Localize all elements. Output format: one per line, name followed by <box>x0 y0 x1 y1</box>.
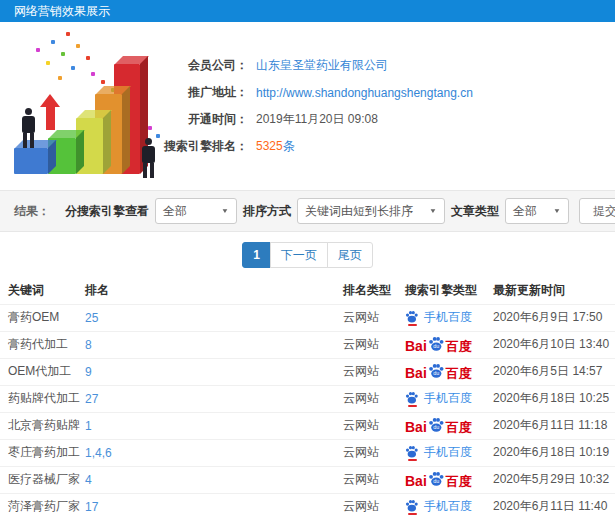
article-type-select[interactable]: 全部 ▼ <box>505 198 569 224</box>
open-time-label: 开通时间： <box>160 111 248 128</box>
submit-button[interactable]: 提交 <box>579 198 615 224</box>
rank-type-cell: 云网站 <box>343 466 405 493</box>
baidu-paw-icon: du <box>428 363 445 378</box>
chevron-down-icon: ▼ <box>553 207 561 214</box>
chevron-down-icon: ▼ <box>429 207 437 214</box>
keyword-cell: 膏药代加工 <box>0 331 85 358</box>
rank-link[interactable]: 1 <box>85 419 92 433</box>
mobile-baidu-logo: 手机百度 <box>405 444 472 461</box>
rank-type-cell: 云网站 <box>343 493 405 520</box>
keyword-cell: 药贴牌代加工 <box>0 385 85 412</box>
rank-type-cell: 云网站 <box>343 358 405 385</box>
engine-label: 手机百度 <box>424 444 472 461</box>
engine-label: 手机百度 <box>424 498 472 515</box>
update-time-cell: 2020年6月11日 11:40 <box>493 493 615 520</box>
page-header: 网络营销效果展示 <box>0 0 615 22</box>
rank-link[interactable]: 17 <box>85 500 98 514</box>
last-page-button[interactable]: 尾页 <box>327 242 373 268</box>
update-time-cell: 2020年6月10日 13:40 <box>493 331 615 358</box>
engine-rank-unit: 条 <box>283 139 295 153</box>
illustration-bar-blue <box>14 148 48 174</box>
rank-type-cell: 云网站 <box>343 331 405 358</box>
chevron-down-icon: ▼ <box>221 207 229 214</box>
rank-type-cell: 云网站 <box>343 385 405 412</box>
engine-filter-label: 分搜索引擎查看 <box>65 203 149 220</box>
rank-type-cell: 云网站 <box>343 439 405 466</box>
col-header-update-time: 最新更新时间 <box>493 278 615 304</box>
keyword-cell: 北京膏药贴牌 <box>0 412 85 439</box>
mobile-baidu-logo: 手机百度 <box>405 309 472 326</box>
update-time-cell: 2020年6月11日 11:18 <box>493 412 615 439</box>
mobile-baidu-logo: 手机百度 <box>405 498 472 515</box>
svg-text:du: du <box>433 343 439 349</box>
baidu-paw-icon: du <box>428 417 445 432</box>
rank-link[interactable]: 4 <box>85 473 92 487</box>
update-time-cell: 2020年6月18日 10:19 <box>493 439 615 466</box>
open-time-row: 开通时间： 2019年11月20日 09:08 <box>160 106 615 133</box>
growth-arrow-icon <box>40 94 60 130</box>
rank-type-cell: 云网站 <box>343 304 405 331</box>
hero-section: 会员公司： 山东皇圣堂药业有限公司 推广地址： http://www.shand… <box>0 22 615 190</box>
col-header-engine-type: 搜索引擎类型 <box>405 278 493 304</box>
open-time-value: 2019年11月20日 09:08 <box>256 111 378 128</box>
bar-chart-illustration <box>2 48 185 188</box>
baidu-pc-logo: Baidu百度 <box>405 336 472 353</box>
engine-label: 手机百度 <box>424 309 472 326</box>
businessman-figure-right <box>140 138 156 178</box>
baidu-pc-logo: Baidu百度 <box>405 471 472 488</box>
results-table: 关键词 排名 排名类型 搜索引擎类型 最新更新时间 膏药OEM 25 云网站 手… <box>0 278 615 520</box>
page-title: 网络营销效果展示 <box>14 4 110 18</box>
keyword-cell: 膏药OEM <box>0 304 85 331</box>
sort-filter-select[interactable]: 关键词由短到长排序 ▼ <box>297 198 445 224</box>
engine-filter-select[interactable]: 全部 ▼ <box>155 198 237 224</box>
table-row: 膏药代加工 8 云网站 Baidu百度 2020年6月10日 13:40 <box>0 331 615 358</box>
engine-filter-value: 全部 <box>163 203 187 220</box>
next-page-button[interactable]: 下一页 <box>270 242 328 268</box>
baidu-pc-logo: Baidu百度 <box>405 417 472 434</box>
marketing-report-page: 网络营销效果展示 会员公司： 山东皇圣堂药业有限公司 推广地址： http://… <box>0 0 615 520</box>
promo-url-link[interactable]: http://www.shandonghuangshengtang.cn <box>256 86 473 100</box>
update-time-cell: 2020年5月29日 10:32 <box>493 466 615 493</box>
baidu-paw-icon <box>405 310 419 326</box>
result-label: 结果： <box>14 203 50 220</box>
baidu-paw-icon: du <box>428 336 445 351</box>
rank-link[interactable]: 1,4,6 <box>85 446 112 460</box>
article-type-label: 文章类型 <box>451 203 499 220</box>
sort-filter-label: 排序方式 <box>243 203 291 220</box>
table-row: OEM代加工 9 云网站 Baidu百度 2020年6月5日 14:57 <box>0 358 615 385</box>
filter-controls: 分搜索引擎查看 全部 ▼ 排序方式 关键词由短到长排序 ▼ 文章类型 全部 ▼ … <box>65 198 615 224</box>
table-row: 药贴牌代加工 27 云网站 手机百度 2020年6月18日 10:25 <box>0 385 615 412</box>
table-row: 菏泽膏药厂家 17 云网站 手机百度 2020年6月11日 11:40 <box>0 493 615 520</box>
rank-link[interactable]: 9 <box>85 365 92 379</box>
keyword-cell: 医疗器械厂家 <box>0 466 85 493</box>
keyword-cell: OEM代加工 <box>0 358 85 385</box>
keyword-cell: 菏泽膏药厂家 <box>0 493 85 520</box>
rank-link[interactable]: 8 <box>85 338 92 352</box>
engine-rank-row: 搜索引擎排名： 5325条 <box>160 133 615 160</box>
table-row: 膏药OEM 25 云网站 手机百度 2020年6月9日 17:50 <box>0 304 615 331</box>
baidu-paw-icon <box>405 499 419 515</box>
table-row: 医疗器械厂家 4 云网站 Baidu百度 2020年5月29日 10:32 <box>0 466 615 493</box>
baidu-pc-logo: Baidu百度 <box>405 363 472 380</box>
member-company-label: 会员公司： <box>160 57 248 74</box>
baidu-paw-icon <box>405 445 419 461</box>
update-time-cell: 2020年6月5日 14:57 <box>493 358 615 385</box>
rank-link[interactable]: 27 <box>85 392 98 406</box>
table-row: 北京膏药贴牌 1 云网站 Baidu百度 2020年6月11日 11:18 <box>0 412 615 439</box>
engine-rank-count: 5325 <box>256 139 283 153</box>
engine-rank-label: 搜索引擎排名： <box>160 138 248 155</box>
pagination-area: 1 下一页 尾页 <box>0 232 615 278</box>
sort-filter-value: 关键词由短到长排序 <box>305 203 413 220</box>
member-company-link[interactable]: 山东皇圣堂药业有限公司 <box>256 57 388 74</box>
svg-text:du: du <box>433 424 439 430</box>
col-header-keyword: 关键词 <box>0 278 85 304</box>
baidu-paw-icon: du <box>428 471 445 486</box>
member-company-row: 会员公司： 山东皇圣堂药业有限公司 <box>160 52 615 79</box>
confetti-decoration <box>6 30 10 34</box>
rank-type-cell: 云网站 <box>343 412 405 439</box>
svg-text:du: du <box>433 370 439 376</box>
update-time-cell: 2020年6月9日 17:50 <box>493 304 615 331</box>
page-1-button[interactable]: 1 <box>242 242 271 268</box>
rank-link[interactable]: 25 <box>85 311 98 325</box>
promo-url-label: 推广地址： <box>160 84 248 101</box>
